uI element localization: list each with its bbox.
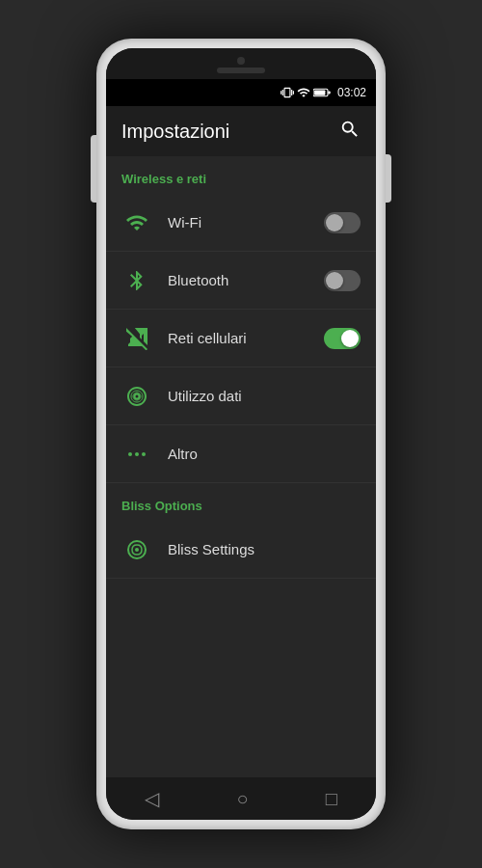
- cellular-icon: [121, 323, 152, 354]
- cellular-toggle-knob: [341, 330, 359, 347]
- phone-top: [106, 48, 376, 79]
- toolbar: Impostazioni: [106, 106, 376, 156]
- svg-rect-1: [314, 90, 325, 95]
- svg-point-8: [135, 548, 139, 552]
- section-header-wireless: Wireless e reti: [106, 156, 376, 194]
- battery-icon: [313, 87, 331, 98]
- wifi-item[interactable]: Wi-Fi: [106, 194, 376, 252]
- wifi-label: Wi-Fi: [168, 214, 324, 231]
- toolbar-title: Impostazioni: [121, 121, 229, 143]
- bliss-settings-label: Bliss Settings: [168, 541, 361, 557]
- nav-bar: ◁ ○ □: [106, 777, 376, 820]
- phone-frame: 03:02 Impostazioni Wireless e reti: [96, 39, 386, 829]
- other-label: Altro: [168, 446, 361, 462]
- bluetooth-toggle-knob: [326, 272, 343, 289]
- svg-point-6: [142, 452, 146, 456]
- camera: [237, 57, 245, 65]
- settings-content: Wireless e reti Wi-Fi: [106, 156, 376, 777]
- bliss-settings-item[interactable]: Bliss Settings: [106, 521, 376, 579]
- svg-point-4: [128, 452, 132, 456]
- signal-icon: [297, 86, 310, 99]
- recents-button[interactable]: □: [318, 780, 345, 818]
- search-button[interactable]: [339, 119, 361, 145]
- bluetooth-icon: [121, 265, 152, 296]
- bluetooth-item[interactable]: Bluetooth: [106, 252, 376, 310]
- other-item[interactable]: Altro: [106, 425, 376, 483]
- data-usage-icon: [121, 381, 152, 412]
- wifi-toggle[interactable]: [324, 212, 361, 233]
- more-icon: [121, 439, 152, 470]
- back-button[interactable]: ◁: [137, 779, 167, 818]
- svg-rect-2: [328, 92, 330, 95]
- svg-point-5: [135, 452, 139, 456]
- home-button[interactable]: ○: [228, 780, 255, 818]
- cellular-label: Reti cellulari: [168, 330, 324, 346]
- wifi-icon: [121, 207, 152, 238]
- svg-point-3: [135, 393, 140, 398]
- bluetooth-toggle[interactable]: [324, 270, 361, 291]
- bliss-settings-icon: [121, 534, 152, 565]
- status-time: 03:02: [337, 86, 366, 99]
- cellular-item[interactable]: Reti cellulari: [106, 310, 376, 367]
- phone-screen: 03:02 Impostazioni Wireless e reti: [106, 48, 376, 820]
- data-usage-label: Utilizzo dati: [168, 388, 361, 404]
- data-usage-item[interactable]: Utilizzo dati: [106, 367, 376, 425]
- speaker: [217, 68, 265, 73]
- vibrate-icon: [281, 86, 294, 99]
- search-icon: [339, 119, 361, 140]
- section-header-bliss: Bliss Options: [106, 483, 376, 521]
- status-icons: 03:02: [281, 86, 366, 99]
- bluetooth-label: Bluetooth: [168, 272, 324, 288]
- wifi-toggle-knob: [326, 214, 343, 231]
- cellular-toggle[interactable]: [324, 328, 361, 349]
- status-bar: 03:02: [106, 79, 376, 106]
